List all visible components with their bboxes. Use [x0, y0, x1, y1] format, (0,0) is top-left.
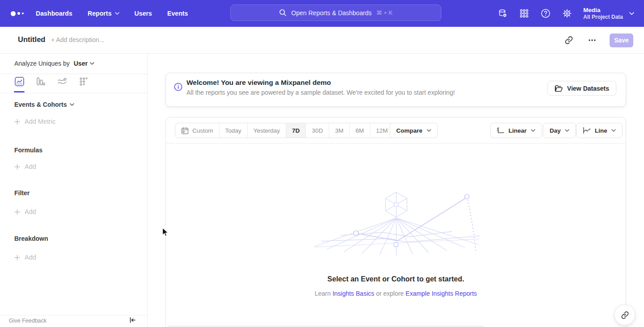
tab-scatter[interactable] — [79, 77, 89, 90]
nav-events[interactable]: Events — [167, 10, 188, 17]
empty-state-links: Learn Insights Basics or explore Example… — [166, 290, 626, 297]
banner-subtitle: All the reports you see are powered by a… — [186, 89, 455, 96]
settings-gear-icon[interactable] — [562, 8, 572, 19]
query-builder-sidebar: Analyze Uniques by User — [0, 54, 148, 327]
bar-chart-icon — [36, 77, 45, 86]
help-icon[interactable] — [540, 8, 551, 19]
collapse-sidebar-icon[interactable] — [129, 317, 136, 325]
insights-basics-link[interactable]: Insights Basics — [332, 290, 374, 297]
chevron-down-icon — [90, 62, 94, 65]
date-range-yesterday[interactable]: Yesterday — [248, 123, 287, 138]
date-range-segmented-control: Custom Today Yesterday 7D 30D 3M 6M 12M — [175, 123, 394, 138]
date-range-label: Yesterday — [254, 127, 280, 134]
add-formula-label: Add — [25, 163, 36, 170]
flow-icon — [57, 77, 67, 86]
save-button[interactable]: Save — [610, 34, 633, 47]
date-range-label: Custom — [192, 127, 213, 134]
analyze-uniques-label: Analyze Uniques by — [14, 60, 70, 67]
nav-dashboards[interactable]: Dashboards — [36, 10, 72, 17]
add-filter-button[interactable]: Add — [14, 208, 36, 215]
date-range-label: 6M — [356, 127, 364, 134]
date-range-custom[interactable]: Custom — [175, 123, 220, 138]
date-range-30d[interactable]: 30D — [306, 123, 329, 138]
tab-insights-line[interactable] — [14, 77, 24, 90]
data-management-icon[interactable] — [497, 8, 508, 19]
chart-type-dropdown[interactable]: Line — [576, 123, 623, 138]
plus-icon — [14, 209, 20, 215]
logo-dot — [17, 12, 20, 15]
tab-flow[interactable] — [57, 77, 67, 90]
linear-axis-icon — [497, 127, 504, 134]
nav-reports[interactable]: Reports — [88, 10, 119, 17]
chevron-down-icon — [611, 129, 616, 132]
plus-icon — [14, 255, 20, 260]
give-feedback-link[interactable]: Give Feedback — [9, 318, 47, 324]
add-breakdown-label: Add — [25, 254, 36, 261]
plus-icon — [14, 164, 20, 170]
top-navigation: Dashboards Reports Users Events Open Rep… — [0, 0, 644, 27]
compare-dropdown[interactable]: Compare — [390, 123, 438, 138]
date-range-label: 12M — [376, 127, 388, 134]
scale-dropdown[interactable]: Linear — [490, 123, 542, 138]
logo-dot — [22, 13, 24, 14]
search-shortcut: ⌘ + K — [376, 9, 393, 16]
date-range-7d[interactable]: 7D — [286, 123, 306, 138]
view-datasets-label: View Datasets — [567, 85, 609, 92]
middle-text: or explore — [376, 290, 404, 297]
date-range-6m[interactable]: 6M — [350, 123, 370, 138]
add-formula-button[interactable]: Add — [14, 163, 36, 170]
example-insights-reports-link[interactable]: Example Insights Reports — [406, 290, 477, 297]
filter-label: Filter — [14, 189, 30, 197]
report-header: Untitled + Add description... Save — [0, 27, 644, 54]
project-selector[interactable]: Media All Project Data — [583, 6, 634, 21]
divider — [0, 74, 148, 74]
logo-dot — [11, 11, 16, 16]
copy-link-icon[interactable] — [563, 34, 575, 46]
nav-label: Users — [135, 10, 152, 17]
project-scope: All Project Data — [583, 14, 623, 21]
tab-bar-chart[interactable] — [36, 77, 46, 90]
search-icon — [279, 9, 287, 17]
main-content: Welcome! You are viewing a Mixpanel demo… — [148, 54, 644, 327]
interval-dropdown[interactable]: Day — [543, 123, 576, 138]
sidebar-footer: Give Feedback — [0, 315, 148, 327]
mixpanel-logo[interactable] — [11, 11, 27, 16]
report-title[interactable]: Untitled — [18, 35, 45, 44]
analyze-by-dropdown[interactable]: User — [74, 60, 94, 67]
filter-section-header: Filter — [14, 189, 30, 197]
apps-grid-icon[interactable] — [519, 8, 530, 19]
line-chart-icon — [583, 127, 591, 134]
floating-copy-link-button[interactable] — [614, 305, 635, 325]
chevron-down-icon — [427, 129, 431, 132]
more-options-icon[interactable] — [586, 34, 598, 46]
scatter-icon — [79, 77, 88, 86]
events-cohorts-label: Events & Cohorts — [14, 101, 67, 108]
plus-icon — [14, 119, 20, 125]
insights-line-icon — [15, 77, 24, 86]
analyze-by-value: User — [74, 60, 88, 67]
date-range-label: 7D — [292, 127, 300, 134]
add-breakdown-button[interactable]: Add — [14, 254, 36, 261]
date-range-3m[interactable]: 3M — [329, 123, 350, 138]
nav-label: Events — [167, 10, 188, 17]
insights-chart-card: Custom Today Yesterday 7D 30D 3M 6M 12M … — [165, 117, 626, 327]
nav-label: Reports — [88, 10, 112, 17]
empty-state-title: Select an Event or Cohort to get started… — [166, 275, 626, 283]
calendar-icon — [181, 127, 189, 134]
divider — [0, 93, 148, 93]
nav-users[interactable]: Users — [135, 10, 152, 17]
search-placeholder: Open Reports & Dashboards — [291, 9, 372, 17]
chevron-down-icon — [565, 129, 569, 132]
formulas-section-header: Formulas — [14, 147, 42, 154]
global-search-input[interactable]: Open Reports & Dashboards ⌘ + K — [230, 4, 441, 21]
view-datasets-button[interactable]: View Datasets — [547, 81, 616, 96]
add-description-field[interactable]: + Add description... — [51, 36, 104, 43]
date-range-today[interactable]: Today — [220, 123, 248, 138]
date-range-label: Today — [225, 127, 242, 134]
add-metric-button[interactable]: Add Metric — [14, 118, 55, 125]
nav-label: Dashboards — [36, 10, 72, 17]
chevron-down-icon — [531, 129, 535, 132]
events-cohorts-section[interactable]: Events & Cohorts — [14, 101, 74, 108]
breakdown-label: Breakdown — [14, 235, 48, 242]
link-icon — [621, 311, 629, 319]
